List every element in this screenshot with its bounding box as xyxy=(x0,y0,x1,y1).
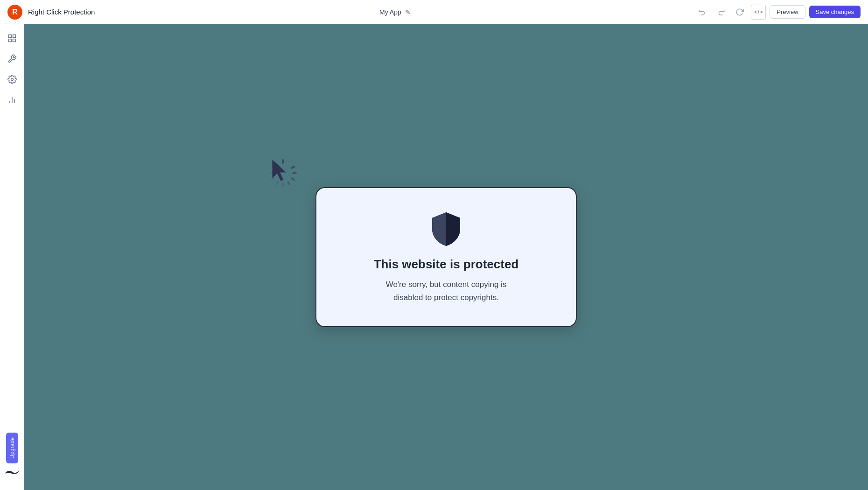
topbar-center: My App ✎ xyxy=(379,8,411,16)
svg-point-4 xyxy=(11,78,13,81)
cursor-graphic xyxy=(259,150,306,196)
topbar-left: R Right Click Protection xyxy=(7,5,95,20)
undo-button[interactable] xyxy=(695,5,710,20)
sidebar-bottom: Upgrade xyxy=(4,433,21,484)
protection-card: This website is protected We're sorry, b… xyxy=(315,187,577,327)
history-button[interactable] xyxy=(732,5,747,20)
svg-rect-2 xyxy=(8,39,11,42)
svg-line-10 xyxy=(293,172,296,175)
canvas-area[interactable]: This website is protected We're sorry, b… xyxy=(24,24,868,490)
svg-rect-3 xyxy=(13,39,15,42)
shield-icon xyxy=(430,210,462,248)
svg-rect-1 xyxy=(13,35,15,38)
app-name: My App xyxy=(379,8,401,16)
page-title: Right Click Protection xyxy=(28,8,95,16)
svg-line-12 xyxy=(287,182,290,184)
card-title: This website is protected xyxy=(344,257,548,272)
sidebar-item-tools[interactable] xyxy=(4,50,21,67)
svg-line-14 xyxy=(276,182,278,184)
svg-line-9 xyxy=(292,166,294,169)
preview-container: This website is protected We're sorry, b… xyxy=(315,187,577,327)
save-changes-button[interactable]: Save changes xyxy=(809,6,861,18)
topbar: R Right Click Protection My App ✎ xyxy=(0,0,868,24)
edit-icon[interactable]: ✎ xyxy=(405,8,411,16)
svg-line-16 xyxy=(270,172,273,175)
topbar-right: </> Preview Save changes xyxy=(695,5,861,20)
svg-line-15 xyxy=(272,178,274,181)
sidebar: Upgrade xyxy=(0,24,24,490)
fish-logo xyxy=(4,467,21,479)
svg-line-11 xyxy=(292,178,294,180)
upgrade-button[interactable]: Upgrade xyxy=(6,433,18,463)
svg-line-19 xyxy=(282,161,284,163)
main-layout: Upgrade xyxy=(0,24,868,490)
redo-button[interactable] xyxy=(714,5,728,20)
code-button[interactable]: </> xyxy=(751,5,766,20)
sidebar-item-settings[interactable] xyxy=(4,71,21,88)
sidebar-item-layout[interactable] xyxy=(4,30,21,47)
card-subtitle: We're sorry, but content copying isdisab… xyxy=(344,278,548,303)
sidebar-item-analytics[interactable] xyxy=(4,91,21,108)
preview-button[interactable]: Preview xyxy=(770,5,805,19)
app-logo: R xyxy=(7,5,22,20)
svg-rect-0 xyxy=(8,35,11,38)
svg-line-13 xyxy=(281,183,284,186)
shield-icon-wrapper xyxy=(344,210,548,248)
